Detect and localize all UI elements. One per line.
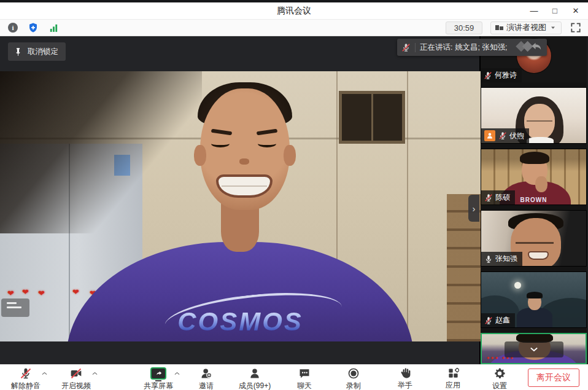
mic-muted-icon: [484, 71, 492, 80]
status-left-icons: i: [6, 21, 60, 34]
record-icon: [347, 367, 360, 380]
chat-button[interactable]: 聊天: [285, 365, 324, 390]
participants-scroll-down-button[interactable]: [505, 341, 563, 357]
participant-tile-fuxu[interactable]: 伏煦: [481, 87, 587, 144]
banner-decoration-icons: [515, 39, 543, 55]
network-signal-icon[interactable]: [47, 21, 60, 34]
host-badge-icon: [484, 130, 495, 141]
fullscreen-button[interactable]: [570, 21, 582, 34]
meeting-content: ❤ ❤ ❤ ❤ ❤ ❤: [0, 36, 588, 364]
mic-muted-icon: [20, 367, 32, 380]
participant-name-tag: 张知强: [481, 252, 522, 266]
raise-hand-icon: [400, 367, 411, 379]
sweatshirt-logo-text: COSMOS: [0, 307, 481, 337]
main-speaker-stage: ❤ ❤ ❤ ❤ ❤ ❤: [0, 36, 481, 364]
minimize-button[interactable]: —: [525, 4, 543, 18]
camera-off-icon: [69, 367, 83, 380]
participant-tile-chenshuo[interactable]: BROWN 陈硕: [481, 149, 587, 205]
view-mode-selector[interactable]: 演讲者视图: [490, 21, 562, 34]
start-video-button[interactable]: 开启视频: [56, 365, 96, 390]
participant-tile-active-speaker[interactable]: ●●● ●●●: [481, 333, 587, 364]
window-title: 腾讯会议: [277, 6, 311, 17]
participant-name-tag: 赵鑫: [481, 313, 515, 327]
unlock-pin-button[interactable]: 取消锁定: [8, 42, 66, 61]
speaking-now-banner: 正在讲话: 姚文昌; 张知强;: [397, 39, 547, 56]
unlock-pin-label: 取消锁定: [28, 47, 58, 57]
unmute-options-caret[interactable]: [40, 369, 48, 378]
bottom-toolbar: 解除静音 开启视频 共享屏幕 邀请 成员(99+) 聊天 录制: [0, 364, 588, 390]
chat-bubble-icon: [298, 367, 311, 380]
mini-stats-overlay[interactable]: [1, 298, 29, 317]
window-controls: — □ ✕: [525, 2, 584, 19]
participants-sidebar: 何雅诗 伏煦: [481, 36, 587, 364]
share-screen-button[interactable]: 共享屏幕: [139, 365, 178, 390]
apps-grid-icon: [447, 367, 459, 379]
mic-muted-icon: [498, 131, 507, 140]
tencent-meeting-window: 腾讯会议 — □ ✕ i 30:59 演讲者视图: [0, 0, 588, 390]
mic-muted-icon: [484, 316, 493, 325]
sidebar-collapse-handle[interactable]: ›: [468, 195, 479, 222]
participant-name-tag: 伏煦: [481, 128, 529, 143]
layout-grid-icon: [495, 25, 503, 30]
share-screen-icon: [150, 367, 166, 380]
mic-muted-icon: [484, 193, 493, 202]
video-options-caret[interactable]: [90, 369, 99, 378]
participant-name-tag: 陈硕: [481, 190, 515, 205]
mic-muted-icon: [401, 43, 411, 52]
speaking-names: 姚文昌; 张知强;: [455, 43, 507, 52]
participant-tile-zhaoxin[interactable]: 赵鑫: [481, 271, 587, 328]
leave-meeting-button[interactable]: 离开会议: [528, 369, 579, 387]
meeting-status-bar: i 30:59 演讲者视图: [0, 20, 588, 36]
chevron-down-icon: [529, 345, 539, 354]
view-mode-label: 演讲者视图: [506, 22, 546, 33]
title-bar: 腾讯会议 — □ ✕: [0, 2, 588, 20]
chevron-down-icon: [549, 24, 557, 31]
invite-person-icon: [200, 367, 212, 380]
status-right-controls: 30:59 演讲者视图: [446, 21, 582, 34]
mic-active-icon: [484, 255, 493, 263]
security-shield-icon[interactable]: [26, 21, 40, 34]
speaking-prefix: 正在讲话:: [420, 43, 452, 52]
record-button[interactable]: 录制: [334, 365, 373, 390]
virtual-background-moon: [514, 282, 521, 289]
pin-icon: [14, 47, 23, 57]
settings-button[interactable]: 设置: [480, 365, 519, 390]
invite-button[interactable]: 邀请: [187, 365, 226, 390]
main-speaker-video: ❤ ❤ ❤ ❤ ❤ ❤: [0, 71, 481, 341]
share-options-caret[interactable]: [172, 369, 181, 378]
raise-hand-button[interactable]: 举手: [385, 365, 425, 390]
meeting-timer: 30:59: [446, 21, 482, 34]
close-button[interactable]: ✕: [567, 4, 584, 18]
participant-name-tag: 何雅诗: [481, 68, 522, 82]
members-button[interactable]: 成员(99+): [232, 365, 277, 390]
gear-icon: [493, 367, 506, 380]
meeting-info-icon[interactable]: i: [6, 21, 20, 34]
unmute-button[interactable]: 解除静音: [6, 365, 45, 390]
participant-tile-zhangzhiqiang[interactable]: 张知强: [481, 210, 587, 267]
maximize-button[interactable]: □: [546, 4, 563, 18]
kitchen-cabinet: [339, 91, 405, 144]
apps-button[interactable]: 应用: [433, 365, 473, 390]
members-icon: [249, 367, 261, 380]
